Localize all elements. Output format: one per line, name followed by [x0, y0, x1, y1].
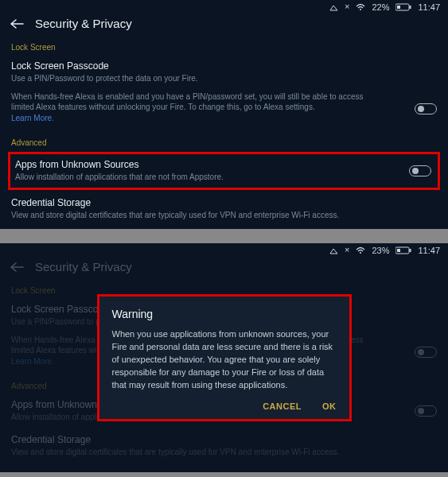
screenshot-2: × 23% 11:47 Security & Privacy Lock Scre… [0, 243, 448, 472]
svg-point-0 [360, 9, 361, 10]
warning-dialog: Warning When you use applications from u… [97, 294, 352, 421]
unknown-sources-sub: Allow installation of applications that … [15, 172, 389, 183]
section-lock-label: Lock Screen [0, 38, 448, 55]
signal-icon [329, 3, 338, 11]
credential-sub: View and store digital certificates that… [11, 210, 385, 221]
learn-more-link[interactable]: Learn More. [11, 114, 54, 122]
lock-passcode-sub: Use a PIN/Password to protect the data o… [11, 73, 385, 84]
no-signal-icon: × [345, 2, 349, 11]
back-icon[interactable] [10, 18, 24, 29]
screenshot-1: × 22% 11:47 Security & Privacy Lock Scre… [0, 0, 448, 229]
unknown-sources-toggle[interactable] [409, 165, 431, 176]
lock-passcode-row[interactable]: Lock Screen Passcode Use a PIN/Password … [0, 55, 448, 90]
svg-rect-2 [410, 6, 411, 9]
dialog-title: Warning [112, 308, 337, 320]
alexa-toggle[interactable] [415, 103, 437, 114]
page-title: Security & Privacy [35, 17, 132, 30]
ok-button[interactable]: OK [322, 401, 337, 411]
section-advanced-label: Advanced [0, 134, 448, 150]
alexa-note: When Hands-free Alexa is enabled and you… [11, 92, 363, 112]
unknown-sources-row[interactable]: Apps from Unknown Sources Allow installa… [8, 152, 440, 190]
lock-passcode-title: Lock Screen Passcode [11, 60, 437, 72]
battery-icon [395, 3, 411, 11]
credential-storage-row[interactable]: Credential Storage View and store digita… [0, 192, 448, 227]
unknown-sources-title: Apps from Unknown Sources [15, 159, 433, 170]
status-bar: × 22% 11:47 [0, 0, 448, 12]
wifi-icon [356, 3, 365, 11]
svg-rect-3 [397, 6, 400, 9]
clock: 11:47 [418, 2, 440, 12]
dialog-body: When you use applications from unknown s… [112, 328, 337, 392]
header: Security & Privacy [0, 12, 448, 38]
cancel-button[interactable]: CANCEL [263, 401, 302, 411]
battery-percent: 22% [372, 2, 389, 12]
credential-title: Credential Storage [11, 197, 437, 208]
dialog-overlay: Warning When you use applications from u… [0, 243, 448, 472]
alexa-note-row: When Hands-free Alexa is enabled and you… [0, 90, 448, 130]
